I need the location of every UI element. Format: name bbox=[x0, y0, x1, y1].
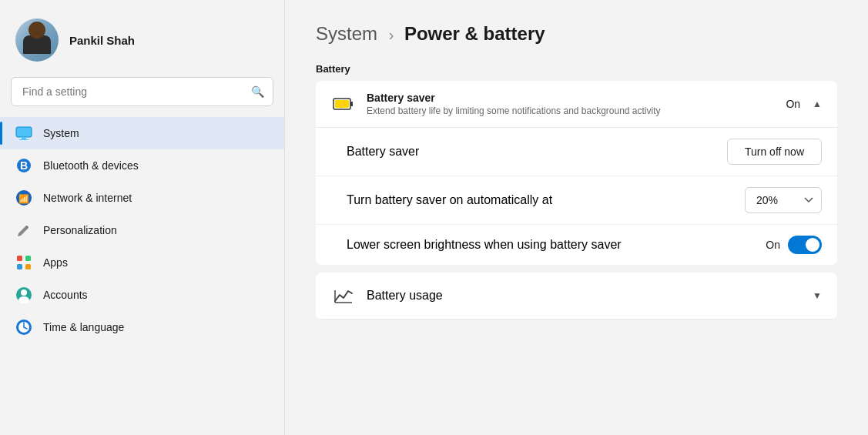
battery-usage-card: Battery usage ▼ bbox=[316, 273, 837, 320]
main-content: System › Power & battery Battery ⚡ Batte… bbox=[285, 0, 868, 435]
sidebar-item-system[interactable]: System bbox=[0, 117, 284, 149]
sidebar-item-label-network: Network & internet bbox=[43, 192, 132, 204]
brightness-text: Lower screen brightness when using batte… bbox=[347, 238, 766, 252]
search-input[interactable] bbox=[11, 77, 273, 106]
sidebar-item-accounts[interactable]: Accounts bbox=[0, 279, 284, 311]
sidebar-item-label-time: Time & language bbox=[43, 321, 124, 333]
clock-icon bbox=[15, 319, 32, 336]
chevron-up-icon: ▲ bbox=[813, 99, 822, 109]
chevron-down-icon: ▼ bbox=[813, 290, 822, 301]
svg-rect-0 bbox=[16, 127, 32, 137]
battery-saver-header-row[interactable]: ⚡ Battery saver Extend battery life by l… bbox=[316, 81, 837, 128]
auto-saver-label: Turn battery saver on automatically at bbox=[347, 193, 552, 206]
search-box[interactable]: 🔍 bbox=[11, 77, 273, 106]
battery-threshold-select[interactable]: 10% 15% 20% 25% 30% bbox=[745, 187, 822, 213]
avatar bbox=[15, 18, 59, 62]
sidebar-item-time[interactable]: Time & language bbox=[0, 311, 284, 343]
sidebar-item-apps[interactable]: Apps bbox=[0, 246, 284, 279]
svg-point-12 bbox=[21, 289, 27, 296]
person-icon bbox=[15, 286, 32, 303]
sidebar-item-label-bluetooth: Bluetooth & devices bbox=[43, 159, 139, 172]
search-icon: 🔍 bbox=[251, 85, 264, 98]
profile-name: Pankil Shah bbox=[69, 34, 135, 47]
page-title-main: Power & battery bbox=[404, 23, 545, 44]
sidebar-item-label-accounts: Accounts bbox=[43, 289, 88, 301]
sidebar-item-label-personalization: Personalization bbox=[43, 224, 117, 236]
battery-saver-icon: ⚡ bbox=[331, 92, 356, 116]
sidebar-nav: System B Bluetooth & devices 📶 Network &… bbox=[0, 114, 284, 435]
svg-rect-10 bbox=[25, 264, 31, 269]
battery-usage-icon bbox=[331, 283, 356, 308]
battery-saver-header-text: Battery saver Extend battery life by lim… bbox=[367, 92, 786, 116]
bluetooth-icon: B bbox=[15, 157, 32, 174]
sidebar-item-personalization[interactable]: Personalization bbox=[0, 214, 284, 246]
svg-rect-9 bbox=[17, 264, 22, 269]
battery-saver-row-text: Battery saver bbox=[347, 145, 727, 159]
sidebar-item-network[interactable]: 📶 Network & internet bbox=[0, 182, 284, 214]
auto-saver-row: Turn battery saver on automatically at 1… bbox=[316, 176, 837, 225]
battery-usage-label: Battery usage bbox=[367, 289, 443, 302]
pencil-icon bbox=[15, 222, 32, 239]
battery-saver-title: Battery saver bbox=[367, 92, 786, 104]
monitor-icon bbox=[15, 125, 32, 142]
turn-off-now-button[interactable]: Turn off now bbox=[727, 139, 822, 165]
svg-text:⚡: ⚡ bbox=[338, 99, 348, 109]
sidebar: Pankil Shah 🔍 System B Blueto bbox=[0, 0, 285, 435]
battery-usage-header-row[interactable]: Battery usage ▼ bbox=[316, 273, 837, 320]
auto-saver-text: Turn battery saver on automatically at bbox=[347, 193, 745, 207]
section-label-battery: Battery bbox=[316, 63, 837, 75]
apps-icon bbox=[15, 254, 32, 271]
battery-usage-text: Battery usage bbox=[367, 289, 808, 303]
network-icon: 📶 bbox=[15, 189, 32, 206]
battery-saver-row-label: Battery saver bbox=[347, 145, 419, 158]
sidebar-item-label-system: System bbox=[43, 127, 79, 139]
svg-text:📶: 📶 bbox=[18, 193, 29, 204]
brightness-toggle-container: On bbox=[766, 236, 822, 254]
svg-rect-19 bbox=[350, 102, 353, 106]
svg-rect-8 bbox=[25, 256, 31, 261]
svg-rect-1 bbox=[22, 137, 26, 139]
brightness-row: Lower screen brightness when using batte… bbox=[316, 225, 837, 265]
svg-rect-7 bbox=[17, 256, 22, 261]
breadcrumb-parent: System bbox=[316, 23, 377, 44]
brightness-label: Lower screen brightness when using batte… bbox=[347, 238, 622, 251]
svg-rect-2 bbox=[19, 139, 28, 140]
page-title: System › Power & battery bbox=[316, 23, 837, 45]
battery-saver-row: Battery saver Turn off now bbox=[316, 128, 837, 176]
brightness-toggle-label: On bbox=[766, 239, 780, 251]
profile-section: Pankil Shah bbox=[0, 0, 284, 77]
breadcrumb-separator: › bbox=[389, 26, 398, 43]
brightness-toggle[interactable] bbox=[788, 236, 822, 254]
sidebar-item-label-apps: Apps bbox=[43, 256, 68, 269]
battery-settings-card: ⚡ Battery saver Extend battery life by l… bbox=[316, 81, 837, 265]
battery-saver-subtitle: Extend battery life by limiting some not… bbox=[367, 105, 786, 116]
svg-text:B: B bbox=[20, 159, 28, 172]
sidebar-item-bluetooth[interactable]: B Bluetooth & devices bbox=[0, 149, 284, 182]
battery-saver-status: On bbox=[786, 98, 800, 110]
